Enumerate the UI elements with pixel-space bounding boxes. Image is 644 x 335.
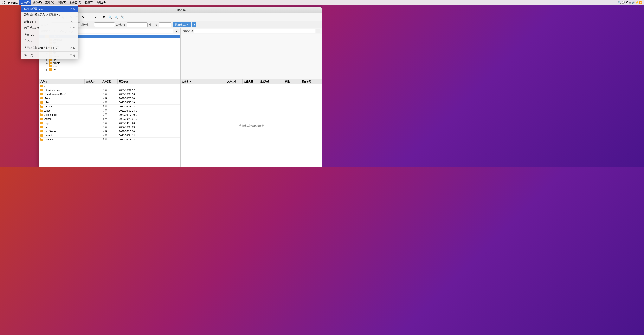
sync-button[interactable]: 🔍 (114, 14, 119, 20)
menu-item-close-tab[interactable]: 关闭标签(O) ⌘ W (21, 25, 78, 30)
menubar-transfer[interactable]: 传输(T) (56, 0, 68, 5)
menubar-edit[interactable]: 编辑(E) (31, 0, 43, 5)
remote-col-filesize[interactable]: 文件大小 (226, 79, 242, 84)
menu-item-import[interactable]: 导入(I)... (21, 38, 78, 43)
main-toolbar: 🖥 📄 📋 🔌 ↻ ⬡ ✕ ≡ ✔ ⚙ 🔍 🔍 🔭 (39, 13, 322, 21)
tree-item-label: tmp (53, 68, 57, 71)
table-row[interactable]: .Trash 目录 2022/09/20 20 ... (39, 96, 180, 100)
toolbar-separator-2 (100, 15, 100, 19)
tree-arrow: ▶ (46, 68, 49, 71)
table-row[interactable]: .aliyun 目录 2022/09/20 19 ... (39, 100, 180, 105)
menu-item-shortcut: ⌘ E (70, 46, 75, 49)
menu-item-new-tab[interactable]: 新标签(T) ⌘ T (21, 19, 78, 25)
quickconnect-bar: 主机(H): 用户名(U): 密码(W): 端口(P): 快速连接(Q) ▼ (39, 21, 322, 28)
folder-icon (40, 97, 43, 99)
folder-icon (40, 101, 43, 104)
remote-col-owner[interactable]: 所有者/组 (300, 79, 317, 84)
menu-item-label: 新标签(T) (24, 20, 36, 24)
menu-item-show-editing[interactable]: 显示正在被编辑的文件(H)... ⌘ E (21, 45, 78, 51)
table-row[interactable]: .config 目录 2022/09/20 21 ... (39, 117, 180, 121)
folder-icon (40, 110, 43, 112)
col-filesize[interactable]: 文件大小 (85, 79, 101, 84)
menu-item-shortcut: ⌘ S (70, 7, 75, 10)
table-row[interactable]: .cups 目录 2020/04/15 20 ... (39, 121, 180, 125)
menu-item-site-manager[interactable]: 站点管理器(S)... ⌘ S (21, 6, 78, 12)
remote-col-filename[interactable]: 文件名 ▲ (180, 79, 226, 84)
remote-col-filetype[interactable]: 文件类型 (242, 79, 259, 84)
menubar-view[interactable]: 查看(V) (44, 0, 56, 5)
table-row[interactable]: .dartServer 目录 2022/05/16 20 ... (39, 129, 180, 133)
menu-item-label: 站点管理器(S)... (24, 7, 43, 11)
col-filename[interactable]: 文件名 ▲ (39, 79, 85, 84)
folder-icon (40, 85, 43, 87)
menubar-filezilla[interactable]: FileZilla (6, 0, 19, 4)
table-row[interactable]: .. (39, 84, 180, 88)
tree-arrow: ▶ (46, 62, 49, 64)
process-queue-button[interactable]: ✔ (93, 14, 98, 20)
folder-icon (40, 130, 43, 132)
menu-item-shortcut: ⌘ Q (70, 54, 75, 56)
folder-icon (40, 126, 43, 128)
folder-icon (40, 114, 43, 116)
menubar-help[interactable]: 帮助(H) (95, 0, 107, 5)
table-row[interactable]: .cisco 目录 2022/05/09 14 ... (39, 109, 180, 113)
menubar-bookmark[interactable]: 书签(B) (83, 0, 95, 5)
menu-item-export[interactable]: 导出(E)... (21, 32, 78, 38)
menu-separator (21, 31, 78, 31)
col-filedate[interactable]: 最近修改 (118, 79, 142, 84)
search-local-button[interactable]: 🔍 (107, 14, 113, 20)
cancel-transfer-button[interactable]: ✕ (80, 14, 86, 20)
quick-connect-dropdown[interactable]: ▼ (192, 22, 196, 27)
folder-icon (40, 122, 43, 124)
col-filetype[interactable]: 文件类型 (101, 79, 118, 84)
menu-item-add-current[interactable]: 添加当前连接到站点管理器(C)... (21, 12, 78, 17)
table-row[interactable]: .flutterw 目录 2022/05/18 12 ... (39, 138, 180, 142)
table-row[interactable]: .dotnet 目录 2021/09/24 18 ... (39, 133, 180, 138)
file-dropdown-menu: 站点管理器(S)... ⌘ S 添加当前连接到站点管理器(C)... 新标签(T… (21, 5, 78, 59)
remote-col-filedate[interactable]: 最近修改 (259, 79, 284, 84)
window-title: FileZilla (176, 8, 186, 11)
menu-item-label: 导出(E)... (24, 33, 35, 37)
port-input[interactable] (159, 22, 171, 27)
remote-filelist: 文件名 ▲ 文件大小 文件类型 最近修改 权限 (180, 79, 322, 167)
menu-item-quit[interactable]: 退出(X) ⌘ Q (21, 52, 78, 58)
pass-label: 密码(W): (116, 23, 126, 26)
menubar-file[interactable]: 文件(F) (19, 0, 31, 5)
queue-button[interactable]: ≡ (86, 14, 92, 20)
tree-item-tmp[interactable]: ▶ tmp (39, 68, 180, 71)
window-titlebar: FileZilla (39, 7, 322, 13)
tree-item-label: sbin (53, 65, 58, 68)
menu-item-label: 显示正在被编辑的文件(H)... (24, 46, 57, 50)
remote-panel: 远程站点: ▼ 文件名 ▲ 文件大小 文件类型 (180, 28, 322, 167)
folder-icon (49, 62, 52, 64)
tree-item-sbin[interactable]: sbin (39, 64, 180, 68)
folder-icon (40, 106, 43, 108)
tree-item-label: private (53, 61, 60, 64)
password-input[interactable] (127, 22, 148, 27)
remote-path-dropdown[interactable]: ▼ (316, 29, 320, 33)
quick-connect-button[interactable]: 快速连接(Q) (172, 22, 191, 27)
username-input[interactable] (94, 22, 115, 27)
table-row[interactable]: .IdentityService 目录 2021/06/01 17 ... (39, 88, 180, 92)
remote-path-input[interactable] (194, 29, 315, 33)
table-row[interactable]: .android 目录 2022/08/08 12 ... (39, 105, 180, 109)
remote-search-button[interactable]: 🔭 (120, 14, 126, 20)
table-row[interactable]: .dart 目录 2022/06/08 09 ... (39, 125, 180, 129)
menu-item-label: 导入(I)... (24, 39, 34, 42)
filezilla-window: FileZilla 🖥 📄 📋 🔌 ↻ ⬡ ✕ ≡ ✔ ⚙ 🔍 🔍 🔭 主机(H… (39, 7, 322, 167)
menu-separator (21, 44, 78, 44)
remote-col-perm[interactable]: 权限 (284, 79, 300, 84)
menubar-server[interactable]: 服务器(S) (68, 0, 83, 5)
remote-tree (180, 34, 322, 79)
no-connection-message: 没有连接到任何服务器 (180, 84, 322, 167)
tree-item-private[interactable]: ▶ private (39, 61, 180, 64)
menu-item-label: 添加当前连接到站点管理器(C)... (24, 13, 62, 16)
table-row[interactable]: .ShadowsocksX-NG 目录 2021/06/30 16 ... (39, 92, 180, 96)
folder-icon (40, 118, 43, 120)
table-row[interactable]: .cocoapods 目录 2022/05/17 10 ... (39, 113, 180, 117)
folder-icon (49, 65, 52, 67)
local-path-dropdown[interactable]: ▼ (174, 29, 179, 33)
apple-menu[interactable]: ⌘ (2, 0, 5, 4)
filter-button[interactable]: ⚙ (101, 14, 107, 20)
user-label: 用户名(U): (81, 23, 93, 26)
